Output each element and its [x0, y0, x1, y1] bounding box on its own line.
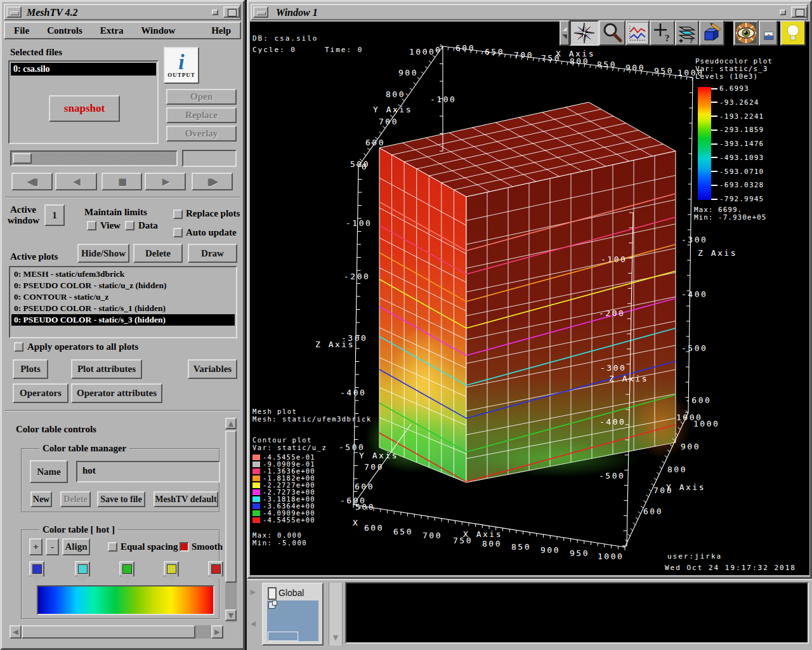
replace-plots-checkbox[interactable] [173, 209, 183, 219]
plot-list-item[interactable]: 0: PSEUDO COLOR - static/u_z (hidden) [11, 280, 235, 291]
color-marker[interactable] [75, 561, 90, 576]
horizontal-scrollbar-thumb[interactable] [22, 625, 195, 639]
curve-plot-button[interactable] [625, 20, 650, 46]
horizontal-scrollbar[interactable]: ◀ ▶ [10, 625, 223, 639]
minimize-icon[interactable] [253, 6, 268, 18]
lock-button[interactable] [759, 20, 778, 46]
eye-visibility-button[interactable] [733, 20, 759, 46]
color-marker-pointer[interactable] [120, 575, 134, 583]
step-forward-button[interactable]: ▮▶ [192, 173, 233, 190]
color-marker[interactable] [208, 561, 223, 576]
equal-spacing-checkbox[interactable] [108, 542, 117, 552]
active-window-select[interactable]: 1 [44, 204, 65, 226]
scroll-right-icon[interactable]: ▶ [211, 625, 223, 639]
color-marker-pointer[interactable] [209, 575, 223, 583]
lightbulb-button[interactable] [780, 20, 806, 46]
new-button[interactable]: New [30, 491, 52, 507]
meshtv-default-button[interactable]: MeshTV default [154, 491, 218, 507]
menu-controls[interactable]: Controls [38, 25, 91, 36]
color-table-title: Color table [ hot ] [39, 524, 118, 535]
name-input[interactable]: hot [76, 461, 220, 482]
axis-label: 650 [485, 47, 504, 56]
color-marker[interactable] [29, 561, 44, 576]
save-to-file-button[interactable]: Save to file [97, 491, 145, 507]
pane-expand-icon[interactable]: ▶ [247, 585, 259, 598]
minimize-icon[interactable] [6, 6, 22, 18]
delete-plot-button[interactable]: Delete [133, 244, 183, 263]
variables-button[interactable]: Variables [188, 359, 237, 379]
scroll-up-icon[interactable]: ▲ [225, 418, 237, 429]
maximize-icon[interactable] [223, 6, 240, 18]
meshtv-titlebar[interactable]: MeshTV 4.2 [4, 4, 241, 20]
file-item[interactable]: 0: csa.silo [11, 63, 156, 76]
data-checkbox[interactable] [125, 221, 134, 230]
plot-list-item[interactable]: 0: PSEUDO COLOR - static/s_1 (hidden) [11, 303, 235, 314]
plot-list-item[interactable]: 0: PSEUDO COLOR - static/s_3 (hidden) [11, 314, 235, 326]
menu-extra[interactable]: Extra [91, 25, 133, 36]
hide-show-button[interactable]: Hide/Show [77, 244, 129, 263]
scroll-down-icon[interactable]: ▼ [331, 632, 341, 642]
scroll-down-icon[interactable]: ▼ [225, 609, 237, 621]
vertical-scrollbar[interactable]: ▲ ▼ [225, 418, 237, 622]
color-marker[interactable] [119, 561, 134, 576]
color-gradient-bar[interactable] [37, 585, 214, 615]
compass-navigate-button[interactable] [570, 20, 599, 46]
plot-attributes-button[interactable]: Plot attributes [71, 359, 142, 379]
color-marker-pointer[interactable] [75, 575, 89, 583]
window1-titlebar[interactable]: Window 1 [251, 4, 808, 20]
play-reverse-button[interactable]: ◀ [55, 173, 97, 190]
plot-list-item[interactable]: 0: CONTOUR - static/u_z [11, 291, 235, 303]
open-button[interactable]: Open [166, 89, 237, 105]
add-color-button[interactable]: + [29, 538, 43, 555]
color-marker-pointer[interactable] [30, 575, 44, 583]
restore-icon[interactable] [212, 10, 218, 15]
slice-query-button[interactable]: ? [675, 20, 699, 46]
operator-attributes-button[interactable]: Operator attributes [71, 383, 162, 403]
menu-window[interactable]: Window [132, 25, 184, 36]
view-checkbox[interactable] [87, 221, 96, 230]
maximize-icon[interactable] [791, 6, 808, 18]
axis-label: 800 [570, 56, 589, 66]
step-reverse-button[interactable]: ◀▮ [11, 173, 53, 190]
auto-update-checkbox[interactable] [173, 228, 183, 237]
name-button[interactable]: Name [30, 460, 68, 483]
pick-query-button[interactable]: ? [650, 20, 675, 46]
collapse-strip-button[interactable] [560, 20, 570, 46]
output-button[interactable]: i OUTPUT [164, 47, 199, 84]
apply-operators-checkbox[interactable] [14, 342, 23, 352]
color-marker-pointer[interactable] [164, 575, 178, 583]
zoom-magnifier-button[interactable] [599, 20, 625, 46]
play-forward-button[interactable]: ▶ [145, 173, 186, 190]
stop-button[interactable]: ■ [102, 173, 142, 190]
remove-color-button[interactable]: - [46, 538, 59, 555]
viewport-indicator[interactable] [268, 632, 298, 641]
global-thumbnail[interactable] [267, 600, 318, 641]
vertical-scrollbar-thumb[interactable] [225, 430, 237, 583]
align-button[interactable]: Align [62, 538, 90, 555]
restore-icon[interactable] [780, 10, 786, 15]
cycle-value-field[interactable] [182, 150, 237, 167]
replace-button[interactable]: Replace [166, 107, 237, 123]
plot-list-item[interactable]: 0: MESH - static/ufem3dbrick [11, 269, 235, 280]
pane-collapse-icon[interactable]: ◀ [247, 617, 259, 630]
annotate-box-button[interactable] [699, 20, 724, 46]
smooth-checkbox[interactable] [180, 542, 189, 552]
cycle-slider-thumb[interactable] [13, 153, 32, 164]
axis-label: 900 [540, 545, 560, 555]
viz-canvas[interactable]: 600650700750X Axis8008509009501000100090… [250, 22, 809, 575]
panel-scrollbar[interactable]: ▼ [329, 583, 343, 646]
menu-file[interactable]: File [5, 25, 38, 36]
scroll-left-icon[interactable]: ◀ [10, 625, 22, 639]
menu-help[interactable]: Help [202, 25, 240, 36]
color-marker[interactable] [164, 561, 179, 576]
legend-tick-value: -393.1476 [719, 140, 764, 148]
global-view-panel[interactable]: Global [262, 583, 324, 646]
operators-button[interactable]: Operators [13, 383, 69, 403]
legend-tick: -393.1476 [711, 140, 764, 148]
plots-button[interactable]: Plots [13, 359, 48, 379]
overlay-button[interactable]: Overlay [166, 126, 237, 142]
draw-button[interactable]: Draw [188, 244, 237, 263]
cycle-slider[interactable] [10, 150, 178, 166]
delete-button[interactable]: Delete [60, 491, 91, 507]
snapshot-button[interactable]: snapshot [49, 95, 120, 122]
